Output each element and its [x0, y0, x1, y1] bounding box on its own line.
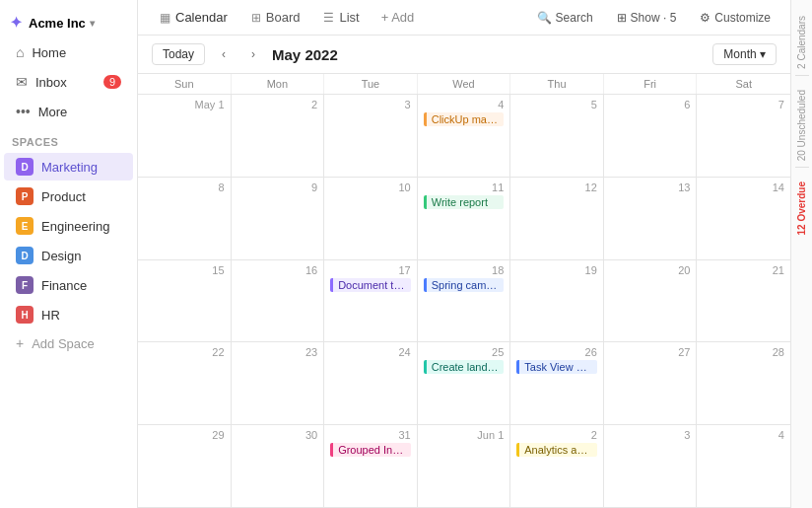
- calendar-grid: May 1234ClickUp marketing plan567891011W…: [138, 95, 790, 508]
- calendar-event[interactable]: ClickUp marketing plan: [424, 112, 505, 126]
- day-number: 8: [144, 181, 225, 193]
- cal-cell[interactable]: 2Analytics audit: [510, 425, 604, 508]
- logo-icon: ✦: [10, 14, 23, 32]
- cal-cell[interactable]: 18Spring campaign image assets: [418, 260, 511, 343]
- calendar-event[interactable]: Write report: [424, 195, 505, 209]
- tab-list[interactable]: ☰ List: [313, 6, 369, 29]
- cal-cell[interactable]: 3: [604, 425, 698, 508]
- day-header-mon: Mon: [232, 74, 325, 94]
- cal-cell[interactable]: 2: [232, 95, 325, 178]
- cal-cell[interactable]: 30: [232, 425, 325, 508]
- panel-divider-2: [795, 167, 809, 168]
- chevron-icon: ▾: [90, 18, 95, 29]
- cal-cell[interactable]: 7: [697, 95, 790, 178]
- calendar-event[interactable]: Create landing page: [424, 360, 505, 374]
- next-month-button[interactable]: ›: [242, 43, 264, 65]
- cal-cell[interactable]: 12: [510, 178, 604, 260]
- day-number: 25: [424, 346, 505, 358]
- cal-cell[interactable]: 25Create landing page: [418, 342, 511, 425]
- cal-cell[interactable]: 6: [604, 95, 698, 178]
- inbox-icon: ✉: [16, 74, 28, 90]
- app-logo[interactable]: ✦ Acme Inc ▾: [0, 8, 137, 37]
- day-number: 31: [330, 429, 411, 441]
- customize-button[interactable]: ⚙ Customize: [692, 8, 778, 28]
- day-number: 22: [144, 346, 225, 358]
- sidebar-item-inbox[interactable]: ✉ Inbox 9: [4, 68, 133, 96]
- calendar-event[interactable]: Task View Redesign: [516, 360, 597, 374]
- day-header-fri: Fri: [604, 74, 698, 94]
- day-number: 2: [237, 99, 318, 110]
- day-header-thu: Thu: [510, 74, 604, 94]
- cal-cell[interactable]: 4ClickUp marketing plan: [418, 95, 511, 178]
- prev-month-button[interactable]: ‹: [213, 43, 235, 65]
- cal-cell[interactable]: 15: [138, 260, 232, 343]
- day-number: 7: [703, 99, 784, 110]
- space-item-hr[interactable]: H HR: [4, 301, 133, 328]
- cal-cell[interactable]: 9: [232, 178, 325, 260]
- tab-label: List: [339, 10, 359, 25]
- space-item-finance[interactable]: F Finance: [4, 271, 133, 299]
- day-header-tue: Tue: [324, 74, 418, 94]
- cal-cell[interactable]: 11Write report: [418, 178, 511, 260]
- space-item-engineering[interactable]: E Engineering: [4, 212, 133, 240]
- cal-cell[interactable]: 21: [697, 260, 790, 343]
- cal-cell[interactable]: 22: [138, 342, 232, 425]
- cal-cell[interactable]: Jun 1: [418, 425, 511, 508]
- day-number: 27: [610, 346, 691, 358]
- board-icon: ⊞: [251, 11, 261, 25]
- day-number: 19: [516, 264, 597, 276]
- show-button[interactable]: ⊞ Show · 5: [609, 8, 685, 28]
- day-number: 26: [516, 346, 597, 358]
- cal-cell[interactable]: 5: [510, 95, 604, 178]
- cal-cell[interactable]: 23: [232, 342, 325, 425]
- day-number: 2: [516, 429, 597, 441]
- cal-cell[interactable]: 14: [697, 178, 790, 260]
- cal-cell[interactable]: 20: [604, 260, 698, 343]
- cal-cell[interactable]: 4: [697, 425, 790, 508]
- cal-cell[interactable]: 3: [324, 95, 418, 178]
- tab-board[interactable]: ⊞ Board: [241, 6, 310, 29]
- day-number: 10: [330, 181, 411, 193]
- sidebar-item-label: Inbox: [35, 75, 67, 90]
- tab-calendar[interactable]: ▦ Calendar: [150, 6, 237, 29]
- cal-cell[interactable]: 17Document target users: [324, 260, 418, 343]
- space-item-marketing[interactable]: D Marketing: [4, 153, 133, 181]
- cal-cell[interactable]: 13: [604, 178, 698, 260]
- show-icon: ⊞: [617, 11, 627, 25]
- add-view-button[interactable]: + Add: [373, 6, 423, 29]
- day-number: 16: [237, 264, 318, 276]
- calendar-event[interactable]: Analytics audit: [516, 443, 597, 457]
- calendar-event[interactable]: Spring campaign image assets: [424, 278, 505, 292]
- space-dot-design: D: [16, 247, 34, 264]
- right-panel: 2 Calendars 20 Unscheduled 12 Overdue: [790, 0, 812, 508]
- search-button[interactable]: 🔍 Search: [529, 8, 601, 28]
- space-label: HR: [41, 308, 60, 323]
- cal-cell[interactable]: 16: [232, 260, 325, 343]
- add-space-button[interactable]: + Add Space: [4, 330, 133, 356]
- cal-cell[interactable]: 27: [604, 342, 698, 425]
- today-button[interactable]: Today: [152, 43, 205, 65]
- cal-cell[interactable]: 24: [324, 342, 418, 425]
- add-view-label: + Add: [381, 10, 415, 25]
- day-number: 18: [424, 264, 505, 276]
- sidebar-item-home[interactable]: ⌂ Home: [4, 38, 133, 66]
- cal-cell[interactable]: 28: [697, 342, 790, 425]
- cal-cell[interactable]: 26Task View Redesign: [510, 342, 604, 425]
- add-space-label: Add Space: [32, 336, 95, 351]
- calendar-event[interactable]: Grouped Inbox Comments: [330, 443, 411, 457]
- sidebar-item-label: Home: [32, 45, 66, 60]
- month-view-button[interactable]: Month ▾: [712, 43, 777, 65]
- calendar-event[interactable]: Document target users: [330, 278, 411, 292]
- cal-cell[interactable]: May 1: [138, 95, 232, 178]
- cal-cell[interactable]: 29: [138, 425, 232, 508]
- space-item-design[interactable]: D Design: [4, 242, 133, 269]
- list-icon: ☰: [323, 11, 334, 25]
- calendars-count: 2 Calendars: [796, 16, 807, 69]
- cal-cell[interactable]: 19: [510, 260, 604, 343]
- day-number: 23: [237, 346, 318, 358]
- cal-cell[interactable]: 10: [324, 178, 418, 260]
- cal-cell[interactable]: 8: [138, 178, 232, 260]
- sidebar-item-more[interactable]: ••• More: [4, 98, 133, 125]
- space-item-product[interactable]: P Product: [4, 182, 133, 210]
- cal-cell[interactable]: 31Grouped Inbox Comments: [324, 425, 418, 508]
